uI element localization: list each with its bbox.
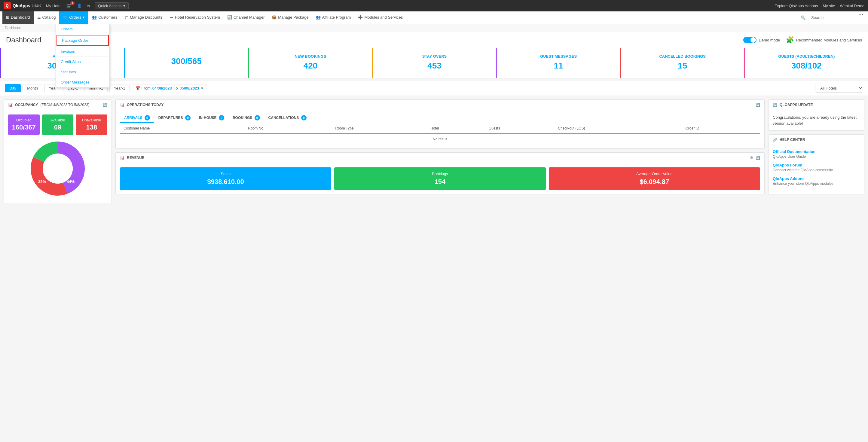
avg-value: $6,094.87 — [553, 178, 756, 186]
inhouse-badge: 0 — [219, 115, 224, 121]
col-customer-name: Customer Name — [120, 123, 244, 134]
filter-day-button[interactable]: Day — [5, 84, 21, 92]
revenue-avg-card: Average Order Value $6,094.87 — [549, 167, 760, 190]
tab-bookings[interactable]: BOOKINGS 0 — [228, 113, 264, 123]
docs-link[interactable]: Official Documentation — [773, 149, 860, 154]
donut-chart: 38% 44% — [8, 138, 107, 199]
unavailable-box: Unavailable 138 — [76, 115, 107, 135]
search-input[interactable] — [808, 14, 856, 21]
col-room-no: Room No. — [244, 123, 332, 134]
col-checkout: Check-out (LOS) — [554, 123, 682, 134]
search-icon: 🔍 — [801, 15, 805, 20]
stat-guest-messages-value: 11 — [554, 61, 563, 71]
stat-guests[interactable]: Guests (Adults/Children) 308/102 — [744, 48, 868, 78]
filter-year1-button[interactable]: Year-1 — [110, 84, 130, 92]
available-value: 69 — [54, 124, 61, 131]
hotel-select[interactable]: All Hotels — [815, 84, 863, 93]
operations-card-header: 📊 OPERATIONS TODAY 🔄 — [116, 100, 764, 110]
avg-label: Average Order Value — [553, 171, 756, 176]
user-icon[interactable]: 👤 — [77, 4, 82, 8]
demo-mode-toggle[interactable]: Demo mode — [743, 37, 780, 43]
occupancy-refresh-icon[interactable]: 🔄 — [103, 103, 107, 107]
forum-link[interactable]: QloApps Forum — [773, 163, 860, 167]
recommended-modules-button[interactable]: 🧩 Recommended Modules and Services — [786, 36, 862, 44]
revenue-bookings-card: Bookings 154 — [334, 167, 546, 190]
stat-new-bookings-label: New Bookings — [295, 54, 327, 59]
toggle-switch[interactable] — [743, 37, 756, 43]
quick-access-button[interactable]: Quick Access ▾ — [95, 2, 129, 9]
operations-refresh-icon[interactable]: 🔄 — [755, 103, 760, 107]
stat-new-bookings[interactable]: New Bookings 420 — [248, 48, 372, 78]
tab-arrivals[interactable]: ARRIVALS 0 — [120, 113, 154, 123]
stat-cancelled[interactable]: Cancelled Bookings 15 — [620, 48, 744, 78]
stat-guest-messages[interactable]: Guest Messages 11 — [496, 48, 620, 78]
cart-icon[interactable]: 🛒 1 — [66, 3, 72, 9]
help-center-card: 🔗 HELP CENTER Official Documentation Qlo… — [768, 134, 864, 194]
center-column: 📊 OPERATIONS TODAY 🔄 ARRIVALS 0 DEPARTUR… — [116, 99, 765, 203]
logo: Q QloApps 1.6.0.0 — [4, 2, 41, 9]
nav-more-button[interactable]: ⋯ — [856, 11, 866, 24]
nav-catalog[interactable]: ☰ Catalog — [34, 11, 60, 24]
nav-manage-discounts[interactable]: 🏷 Manage Discounts — [121, 11, 166, 24]
dropdown-package-order[interactable]: Package Order — [57, 35, 109, 46]
occupied-box: Occupied 160/367 — [8, 115, 40, 135]
left-column: 📊 OCCUPANCY (FROM 4/8/2023 TO 5/8/2023) … — [4, 99, 112, 203]
occupied-value: 160/367 — [12, 124, 36, 131]
rev-chart-icon: 📊 — [120, 156, 124, 160]
nav-manage-package[interactable]: 📦 Manage Package — [268, 11, 312, 24]
nav-search-area: 🔍 — [801, 11, 856, 24]
stat-unknown[interactable]: 300/565 — [124, 48, 248, 78]
dropdown-invoices[interactable]: Invoices — [56, 46, 110, 57]
nav-affiliate-program[interactable]: 👥 Affiliate Program — [312, 11, 355, 24]
tab-inhouse[interactable]: IN-HOUSE 0 — [195, 113, 228, 123]
dropdown-credit-slips[interactable]: Credit Slips — [56, 57, 110, 67]
breadcrumb: Dashboard — [0, 24, 868, 32]
donut-label-38: 38% — [38, 179, 46, 184]
explore-addons-link[interactable]: Explore QloApps Addons — [775, 4, 818, 8]
stat-stay-overs[interactable]: Stay Overs 453 — [372, 48, 496, 78]
unavailable-label: Unavailable — [82, 118, 101, 122]
bookings-value: 154 — [338, 178, 541, 186]
available-label: Available — [51, 118, 65, 122]
date-to: 05/08/2023 — [180, 86, 199, 90]
addons-desc: Enhance your store QloApps modules — [773, 182, 860, 186]
filter-month-button[interactable]: Month — [23, 84, 42, 92]
nav-modules-services[interactable]: ➕ Modules and Services — [354, 11, 406, 24]
mail-icon[interactable]: ✉ — [87, 4, 90, 8]
dropdown-statuses[interactable]: Statuses — [56, 67, 110, 77]
revenue-refresh-icon[interactable]: 🔄 — [755, 156, 760, 160]
arrivals-badge: 0 — [145, 115, 150, 121]
revenue-gear-icon[interactable]: ⚙ — [750, 156, 753, 160]
nav-channel-manager[interactable]: 🔄 Channel Manager — [224, 11, 268, 24]
webkul-demo-link[interactable]: Webkul Demo — [840, 4, 864, 8]
navbar: ⊞ Dashboard ☰ Catalog 🛒 Orders ▾ 👥 Custo… — [0, 11, 868, 24]
operations-card: 📊 OPERATIONS TODAY 🔄 ARRIVALS 0 DEPARTUR… — [116, 99, 765, 149]
stat-guest-messages-label: Guest Messages — [540, 54, 577, 59]
topbar-right: Explore QloApps Addons My site Webkul De… — [775, 4, 864, 8]
date-range-picker[interactable]: 📅 From 04/08/2023 To 05/08/2023 ▾ — [132, 84, 207, 92]
site-name: My Hotel — [46, 4, 61, 8]
sales-value: $938,610.00 — [124, 178, 327, 186]
operations-table: Customer Name Room No. Room Type Hotel G… — [120, 123, 760, 144]
revenue-cards: Sales $938,610.00 Bookings 154 Average O… — [116, 163, 764, 194]
nav-orders[interactable]: 🛒 Orders ▾ — [59, 11, 88, 24]
occupied-label: Occupied — [16, 118, 32, 122]
stat-cancelled-value: 15 — [678, 61, 687, 71]
docs-desc: QloApps User Guide — [773, 154, 860, 159]
dropdown-order-messages[interactable]: Order Messages — [56, 77, 110, 88]
logo-text: QloApps — [12, 3, 30, 8]
update-card-body: Congratulations, you are already using t… — [769, 110, 864, 130]
nav-dashboard[interactable]: ⊞ Dashboard — [2, 11, 34, 24]
nav-hotel-reservation[interactable]: 🛏 Hotel Reservation System — [166, 11, 224, 24]
bookings-badge: 0 — [254, 115, 260, 121]
tab-departures[interactable]: DEPARTURES 0 — [154, 113, 195, 123]
tab-cancellations[interactable]: CANCELLATIONS 0 — [264, 113, 311, 123]
update-title: QLOAPPS UPDATE — [780, 103, 813, 107]
update-card-header: 🔄 QLOAPPS UPDATE — [769, 100, 864, 110]
addons-link[interactable]: QloApps Addons — [773, 177, 860, 181]
dropdown-orders[interactable]: Orders — [56, 24, 110, 34]
filter-bar: Day Month Year Day-1 Month-1 Year-1 📅 Fr… — [0, 81, 868, 96]
occupancy-title: OCCUPANCY — [15, 103, 38, 107]
nav-customers[interactable]: 👥 Customers — [88, 11, 121, 24]
my-site-link[interactable]: My site — [823, 4, 835, 8]
